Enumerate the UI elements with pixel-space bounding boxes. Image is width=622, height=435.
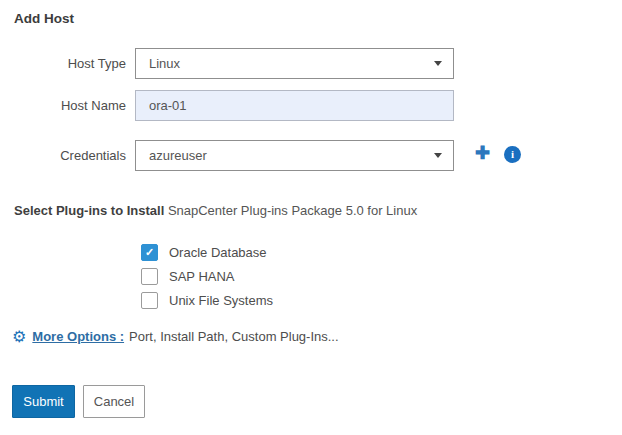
plugin-row-oracle-database[interactable]: ✓ Oracle Database: [141, 244, 267, 261]
oracle-database-checkbox[interactable]: ✓: [141, 244, 158, 261]
sap-hana-checkbox[interactable]: ✓: [141, 268, 158, 285]
add-credential-plus-icon[interactable]: ✚: [475, 144, 490, 162]
chevron-down-icon: [434, 153, 442, 158]
plugins-package-label: SnapCenter Plug-ins Package 5.0 for Linu…: [168, 203, 417, 218]
host-name-input[interactable]: [135, 90, 454, 121]
credentials-select[interactable]: azureuser: [135, 140, 454, 171]
plugins-section-heading: Select Plug-ins to Install SnapCenter Pl…: [14, 203, 417, 218]
host-type-select[interactable]: Linux: [135, 48, 454, 79]
more-options-link[interactable]: More Options :: [32, 329, 124, 344]
plugin-label: Unix File Systems: [169, 293, 273, 308]
page-title: Add Host: [14, 11, 74, 26]
plugins-heading-label: Select Plug-ins to Install: [14, 203, 164, 218]
credentials-value: azureuser: [149, 148, 207, 163]
unix-file-systems-checkbox[interactable]: ✓: [141, 292, 158, 309]
plugin-label: SAP HANA: [169, 269, 235, 284]
chevron-down-icon: [434, 61, 442, 66]
host-type-value: Linux: [149, 56, 180, 71]
form-row-credentials: Credentials azureuser: [0, 140, 454, 171]
form-row-host-name: Host Name: [0, 90, 454, 121]
more-options-row: ⚙ More Options : Port, Install Path, Cus…: [12, 327, 339, 346]
plugin-label: Oracle Database: [169, 245, 267, 260]
form-row-host-type: Host Type Linux: [0, 48, 454, 79]
host-name-label: Host Name: [0, 98, 135, 113]
cancel-button[interactable]: Cancel: [83, 385, 145, 418]
gear-icon[interactable]: ⚙: [12, 327, 26, 346]
plugin-row-unix-file-systems[interactable]: ✓ Unix File Systems: [141, 292, 273, 309]
credentials-label: Credentials: [0, 148, 135, 163]
host-type-label: Host Type: [0, 56, 135, 71]
submit-button[interactable]: Submit: [12, 385, 75, 418]
more-options-details: Port, Install Path, Custom Plug-Ins...: [129, 329, 339, 344]
add-host-panel: Add Host Host Type Linux Host Name Crede…: [0, 0, 622, 435]
credentials-info-icon[interactable]: i: [504, 146, 521, 163]
plugin-row-sap-hana[interactable]: ✓ SAP HANA: [141, 268, 235, 285]
